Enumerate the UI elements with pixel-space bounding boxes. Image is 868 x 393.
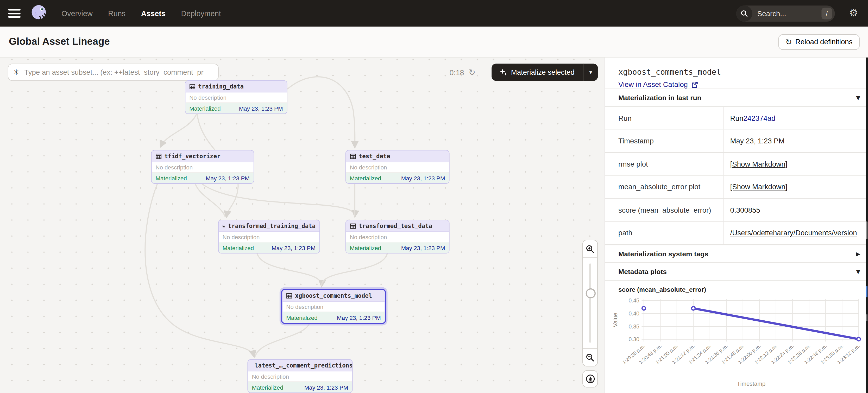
materialized-timestamp: May 23, 1:23 PM <box>239 105 283 112</box>
nav-assets[interactable]: Assets <box>141 9 165 18</box>
asset-node-latest-comment-predictions[interactable]: latest_…_comment_predictions No descript… <box>247 359 352 393</box>
path-link[interactable]: /Users/odetteharary/Documents/version <box>730 229 857 237</box>
show-markdown-link[interactable]: [Show Markdown] <box>730 183 787 191</box>
background-window-sliver <box>866 58 868 393</box>
asset-subset-filter[interactable]: ✳ <box>8 64 219 81</box>
view-in-asset-catalog-link[interactable]: View in Asset Catalog <box>618 80 698 89</box>
asset-node-test-data[interactable]: test_data No description MaterializedMay… <box>345 150 450 184</box>
table-icon <box>350 223 356 229</box>
table-row: mean_absolute_error plot [Show Markdown] <box>605 176 868 199</box>
asset-name: test_data <box>359 153 390 160</box>
download-icon <box>586 374 595 384</box>
zoom-in-icon <box>586 244 595 253</box>
asset-node-xgboost-comments-model[interactable]: xgboost_comments_model No description Ma… <box>281 289 386 324</box>
refresh-icon[interactable]: ↻ <box>468 67 475 77</box>
top-nav: Overview Runs Assets Deployment Search..… <box>0 0 868 27</box>
materialized-timestamp: May 23, 1:23 PM <box>337 314 381 321</box>
materialize-selected-button[interactable]: Materialize selected <box>492 64 583 81</box>
status-label: Materialized <box>189 105 220 112</box>
asset-description: No description <box>185 92 287 103</box>
materialized-timestamp: May 23, 1:23 PM <box>206 175 250 182</box>
materialize-options-caret[interactable]: ▾ <box>583 64 598 81</box>
asset-description: No description <box>282 302 384 312</box>
zoom-controls <box>582 240 598 366</box>
asset-name: transformed_test_data <box>359 223 432 229</box>
materialized-timestamp: May 23, 1:23 PM <box>401 175 445 182</box>
timer-value: 0:18 <box>450 68 464 77</box>
asset-node-transformed-test-data[interactable]: transformed_test_data No description Mat… <box>345 220 450 254</box>
app-window: Overview Runs Assets Deployment Search..… <box>0 0 868 393</box>
metadata-plot-container: 0.450.400.350.301:20:36 p.m.1:20:48 p.m.… <box>610 293 868 390</box>
asset-node-tfidf-vectorizer[interactable]: tfidf_vectorizer No description Material… <box>151 150 254 184</box>
nav-links: Overview Runs Assets Deployment <box>61 9 221 18</box>
nav-deployment[interactable]: Deployment <box>181 9 221 18</box>
table-row: Timestamp May 23, 1:23 PM <box>605 130 868 153</box>
status-label: Materialized <box>350 244 381 251</box>
refresh-timer: 0:18 ↻ <box>450 67 476 77</box>
table-icon <box>350 153 356 159</box>
zoom-out-button[interactable] <box>583 348 597 366</box>
chevron-right-icon: ▶ <box>856 251 860 257</box>
op-selector-icon: ✳ <box>13 68 19 76</box>
run-id-link[interactable]: 242374ad <box>743 114 775 122</box>
table-icon <box>155 153 161 159</box>
metadata-plot-title: score (mean_absolute_error) <box>618 286 868 293</box>
asset-lineage-graph[interactable]: ✳ 0:18 ↻ Materialize selected ▾ <box>0 58 604 393</box>
asset-name: tfidf_vectorizer <box>164 153 220 160</box>
search-placeholder: Search... <box>757 9 822 18</box>
chevron-down-icon: ▼ <box>856 268 860 274</box>
settings-gear-icon[interactable]: ⚙ <box>849 8 858 18</box>
asset-description: No description <box>248 371 352 382</box>
section-materialization-last-run[interactable]: Materialization in last run ▼ <box>605 89 868 106</box>
materialized-timestamp: May 23, 1:23 PM <box>304 384 348 391</box>
table-icon <box>223 223 225 229</box>
asset-subset-input[interactable] <box>23 67 213 77</box>
asset-name: xgboost_comments_model <box>295 292 372 299</box>
zoom-out-icon <box>586 353 595 362</box>
page-title: Global Asset Lineage <box>9 36 110 47</box>
table-icon <box>189 83 195 89</box>
main-content: ✳ 0:18 ↻ Materialize selected ▾ <box>0 58 868 393</box>
zoom-in-button[interactable] <box>583 240 597 258</box>
page-header: Global Asset Lineage ↻ Reload definition… <box>0 27 868 58</box>
table-row: path /Users/odetteharary/Documents/versi… <box>605 222 868 244</box>
reload-definitions-button[interactable]: ↻ Reload definitions <box>778 34 860 50</box>
asset-node-training-data[interactable]: training_data No description Materialize… <box>185 80 287 114</box>
metadata-plot: 0.450.400.350.301:20:36 p.m.1:20:48 p.m.… <box>610 293 864 388</box>
last-run-table: Run Run 242374ad Timestamp May 23, 1:23 … <box>605 106 868 244</box>
materialized-timestamp: May 23, 1:23 PM <box>272 244 315 251</box>
svg-text:0.45: 0.45 <box>629 297 640 304</box>
table-icon <box>286 293 292 298</box>
external-link-icon <box>691 81 698 88</box>
svg-text:0.40: 0.40 <box>629 310 640 317</box>
chevron-down-icon: ▼ <box>856 95 860 101</box>
table-row: score (mean_absolute_error) 0.300855 <box>605 199 868 222</box>
global-search[interactable]: Search... / <box>736 5 835 22</box>
section-metadata-plots[interactable]: Metadata plots ▼ <box>605 262 868 281</box>
materialize-selected-split-button[interactable]: Materialize selected ▾ <box>492 64 598 81</box>
section-materialization-system-tags[interactable]: Materialization system tags ▶ <box>605 244 868 262</box>
asset-node-transformed-training-data[interactable]: transformed_training_data No description… <box>218 220 320 254</box>
sparkle-icon <box>500 69 507 76</box>
table-row: rmse plot [Show Markdown] <box>605 153 868 176</box>
status-label: Materialized <box>223 244 254 251</box>
search-icon <box>736 5 752 22</box>
show-markdown-link[interactable]: [Show Markdown] <box>730 160 787 168</box>
asset-detail-panel: xgboost_comments_model View in Asset Cat… <box>604 58 868 393</box>
asset-description: No description <box>346 232 449 242</box>
asset-description: No description <box>152 162 254 172</box>
asset-name: transformed_training_data <box>228 223 315 229</box>
table-row: Run Run 242374ad <box>605 107 868 130</box>
asset-name: latest_…_comment_predictions <box>255 362 352 369</box>
svg-text:Value: Value <box>612 313 619 327</box>
zoom-slider-track[interactable] <box>589 263 591 342</box>
zoom-slider-handle[interactable] <box>586 288 596 298</box>
nav-runs[interactable]: Runs <box>108 9 125 18</box>
hamburger-menu-icon[interactable] <box>8 9 21 18</box>
download-graph-button[interactable] <box>582 370 598 388</box>
nav-overview[interactable]: Overview <box>61 9 93 18</box>
svg-text:Timestamp: Timestamp <box>737 381 766 387</box>
svg-text:0.35: 0.35 <box>629 324 640 330</box>
asset-name: training_data <box>198 83 244 90</box>
dagster-logo[interactable] <box>28 3 49 24</box>
